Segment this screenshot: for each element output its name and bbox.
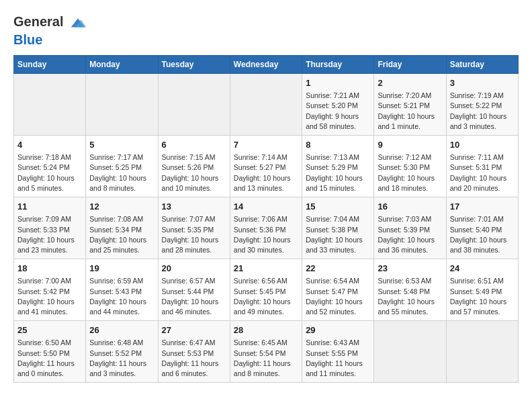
day-info: Sunrise: 7:21 AM Sunset: 5:20 PM Dayligh… <box>306 91 370 132</box>
day-number: 8 <box>306 139 370 151</box>
day-number: 28 <box>234 324 298 336</box>
calendar-cell: 3Sunrise: 7:19 AM Sunset: 5:22 PM Daylig… <box>446 74 518 136</box>
calendar-cell: 20Sunrise: 6:57 AM Sunset: 5:44 PM Dayli… <box>158 259 230 321</box>
day-number: 7 <box>234 139 298 151</box>
day-number: 18 <box>17 263 82 275</box>
calendar-cell: 21Sunrise: 6:56 AM Sunset: 5:45 PM Dayli… <box>230 259 302 321</box>
day-info: Sunrise: 7:08 AM Sunset: 5:34 PM Dayligh… <box>89 214 154 255</box>
day-info: Sunrise: 7:14 AM Sunset: 5:27 PM Dayligh… <box>234 152 298 193</box>
calendar-cell: 1Sunrise: 7:21 AM Sunset: 5:20 PM Daylig… <box>302 74 374 136</box>
calendar-week-row: 11Sunrise: 7:09 AM Sunset: 5:33 PM Dayli… <box>14 197 519 259</box>
col-header-friday: Friday <box>374 56 446 74</box>
calendar-cell: 12Sunrise: 7:08 AM Sunset: 5:34 PM Dayli… <box>86 197 158 259</box>
col-header-wednesday: Wednesday <box>230 56 302 74</box>
day-info: Sunrise: 7:01 AM Sunset: 5:40 PM Dayligh… <box>450 214 515 255</box>
day-number: 27 <box>162 324 226 336</box>
day-info: Sunrise: 7:03 AM Sunset: 5:39 PM Dayligh… <box>378 214 442 255</box>
calendar-cell <box>230 74 302 136</box>
day-number: 3 <box>450 77 515 89</box>
calendar-cell <box>374 321 446 383</box>
calendar-cell: 24Sunrise: 6:51 AM Sunset: 5:49 PM Dayli… <box>446 259 518 321</box>
day-info: Sunrise: 7:11 AM Sunset: 5:31 PM Dayligh… <box>450 152 515 193</box>
calendar-cell: 17Sunrise: 7:01 AM Sunset: 5:40 PM Dayli… <box>446 197 518 259</box>
day-info: Sunrise: 7:13 AM Sunset: 5:29 PM Dayligh… <box>306 152 370 193</box>
day-info: Sunrise: 6:59 AM Sunset: 5:43 PM Dayligh… <box>89 276 154 317</box>
calendar-cell: 19Sunrise: 6:59 AM Sunset: 5:43 PM Dayli… <box>86 259 158 321</box>
logo: General Blue <box>13 13 87 47</box>
day-info: Sunrise: 6:48 AM Sunset: 5:52 PM Dayligh… <box>89 338 154 379</box>
day-info: Sunrise: 7:19 AM Sunset: 5:22 PM Dayligh… <box>450 91 515 132</box>
calendar-cell <box>14 74 86 136</box>
day-number: 12 <box>89 201 154 213</box>
day-number: 16 <box>378 201 442 213</box>
day-number: 20 <box>162 263 226 275</box>
day-info: Sunrise: 6:53 AM Sunset: 5:48 PM Dayligh… <box>378 276 442 317</box>
day-number: 11 <box>17 201 82 213</box>
day-number: 22 <box>306 263 370 275</box>
day-number: 2 <box>378 77 442 89</box>
calendar-cell: 6Sunrise: 7:15 AM Sunset: 5:26 PM Daylig… <box>158 136 230 197</box>
day-number: 25 <box>17 324 82 336</box>
day-number: 13 <box>162 201 226 213</box>
calendar-cell: 25Sunrise: 6:50 AM Sunset: 5:50 PM Dayli… <box>14 321 86 383</box>
day-number: 10 <box>450 139 515 151</box>
calendar-cell: 7Sunrise: 7:14 AM Sunset: 5:27 PM Daylig… <box>230 136 302 197</box>
col-header-thursday: Thursday <box>302 56 374 74</box>
calendar-cell: 9Sunrise: 7:12 AM Sunset: 5:30 PM Daylig… <box>374 136 446 197</box>
day-number: 4 <box>17 139 82 151</box>
calendar-cell: 14Sunrise: 7:06 AM Sunset: 5:36 PM Dayli… <box>230 197 302 259</box>
calendar-week-row: 25Sunrise: 6:50 AM Sunset: 5:50 PM Dayli… <box>14 321 519 383</box>
calendar-cell <box>446 321 518 383</box>
calendar-cell: 15Sunrise: 7:04 AM Sunset: 5:38 PM Dayli… <box>302 197 374 259</box>
page-header: General Blue <box>13 11 519 47</box>
calendar-cell: 5Sunrise: 7:17 AM Sunset: 5:25 PM Daylig… <box>86 136 158 197</box>
logo-icon <box>69 13 87 32</box>
day-info: Sunrise: 6:43 AM Sunset: 5:55 PM Dayligh… <box>306 338 370 379</box>
day-info: Sunrise: 6:47 AM Sunset: 5:53 PM Dayligh… <box>162 338 226 379</box>
day-info: Sunrise: 6:56 AM Sunset: 5:45 PM Dayligh… <box>234 276 298 317</box>
day-info: Sunrise: 7:06 AM Sunset: 5:36 PM Dayligh… <box>234 214 298 255</box>
day-info: Sunrise: 6:51 AM Sunset: 5:49 PM Dayligh… <box>450 276 515 317</box>
day-info: Sunrise: 7:18 AM Sunset: 5:24 PM Dayligh… <box>17 152 82 193</box>
day-info: Sunrise: 7:00 AM Sunset: 5:42 PM Dayligh… <box>17 276 82 317</box>
calendar-cell: 23Sunrise: 6:53 AM Sunset: 5:48 PM Dayli… <box>374 259 446 321</box>
col-header-monday: Monday <box>86 56 158 74</box>
day-number: 23 <box>378 263 442 275</box>
day-info: Sunrise: 6:50 AM Sunset: 5:50 PM Dayligh… <box>17 338 82 379</box>
day-info: Sunrise: 7:04 AM Sunset: 5:38 PM Dayligh… <box>306 214 370 255</box>
calendar-cell: 11Sunrise: 7:09 AM Sunset: 5:33 PM Dayli… <box>14 197 86 259</box>
day-info: Sunrise: 7:12 AM Sunset: 5:30 PM Dayligh… <box>378 152 442 193</box>
day-number: 26 <box>89 324 154 336</box>
calendar-cell: 27Sunrise: 6:47 AM Sunset: 5:53 PM Dayli… <box>158 321 230 383</box>
calendar-cell: 10Sunrise: 7:11 AM Sunset: 5:31 PM Dayli… <box>446 136 518 197</box>
day-number: 9 <box>378 139 442 151</box>
day-info: Sunrise: 7:20 AM Sunset: 5:21 PM Dayligh… <box>378 91 442 132</box>
logo-general: General <box>13 14 63 29</box>
day-info: Sunrise: 6:54 AM Sunset: 5:47 PM Dayligh… <box>306 276 370 317</box>
day-number: 21 <box>234 263 298 275</box>
day-info: Sunrise: 7:15 AM Sunset: 5:26 PM Dayligh… <box>162 152 226 193</box>
calendar-cell: 29Sunrise: 6:43 AM Sunset: 5:55 PM Dayli… <box>302 321 374 383</box>
day-info: Sunrise: 7:17 AM Sunset: 5:25 PM Dayligh… <box>89 152 154 193</box>
day-number: 14 <box>234 201 298 213</box>
calendar-cell: 28Sunrise: 6:45 AM Sunset: 5:54 PM Dayli… <box>230 321 302 383</box>
calendar-cell: 22Sunrise: 6:54 AM Sunset: 5:47 PM Dayli… <box>302 259 374 321</box>
calendar-week-row: 1Sunrise: 7:21 AM Sunset: 5:20 PM Daylig… <box>14 74 519 136</box>
day-number: 5 <box>89 139 154 151</box>
logo-blue: Blue <box>13 32 42 47</box>
day-info: Sunrise: 7:09 AM Sunset: 5:33 PM Dayligh… <box>17 214 82 255</box>
calendar-header-row: SundayMondayTuesdayWednesdayThursdayFrid… <box>14 56 519 74</box>
calendar-cell <box>158 74 230 136</box>
calendar-table: SundayMondayTuesdayWednesdayThursdayFrid… <box>13 55 519 383</box>
calendar-cell: 8Sunrise: 7:13 AM Sunset: 5:29 PM Daylig… <box>302 136 374 197</box>
day-number: 24 <box>450 263 515 275</box>
calendar-cell: 13Sunrise: 7:07 AM Sunset: 5:35 PM Dayli… <box>158 197 230 259</box>
day-info: Sunrise: 7:07 AM Sunset: 5:35 PM Dayligh… <box>162 214 226 255</box>
day-info: Sunrise: 6:45 AM Sunset: 5:54 PM Dayligh… <box>234 338 298 379</box>
calendar-cell: 18Sunrise: 7:00 AM Sunset: 5:42 PM Dayli… <box>14 259 86 321</box>
day-number: 17 <box>450 201 515 213</box>
calendar-cell: 16Sunrise: 7:03 AM Sunset: 5:39 PM Dayli… <box>374 197 446 259</box>
day-info: Sunrise: 6:57 AM Sunset: 5:44 PM Dayligh… <box>162 276 226 317</box>
day-number: 15 <box>306 201 370 213</box>
col-header-sunday: Sunday <box>14 56 86 74</box>
